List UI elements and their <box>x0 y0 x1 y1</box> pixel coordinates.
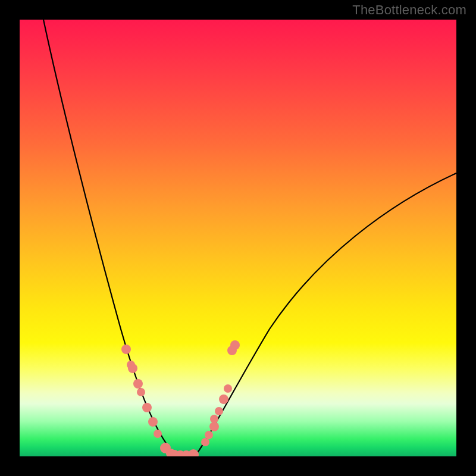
data-dot <box>209 422 219 431</box>
data-dot <box>188 449 199 456</box>
curve-layer <box>20 20 456 456</box>
data-dot <box>133 379 143 389</box>
data-dot <box>205 431 213 439</box>
data-dot <box>148 417 158 427</box>
data-dot <box>230 340 240 350</box>
chart-frame: TheBottleneck.com <box>0 0 476 476</box>
plot-area <box>20 20 456 456</box>
data-dot <box>201 438 209 446</box>
data-dot <box>137 388 145 396</box>
data-dot <box>219 394 228 404</box>
data-dot <box>121 345 131 354</box>
left-curve <box>43 20 176 456</box>
data-dot <box>128 364 137 373</box>
right-curve <box>195 173 456 456</box>
data-dot <box>154 430 162 438</box>
data-dot <box>210 415 218 423</box>
data-dot <box>215 407 223 415</box>
watermark-text: TheBottleneck.com <box>352 2 466 18</box>
data-dot <box>224 384 232 393</box>
data-dot <box>142 403 152 412</box>
